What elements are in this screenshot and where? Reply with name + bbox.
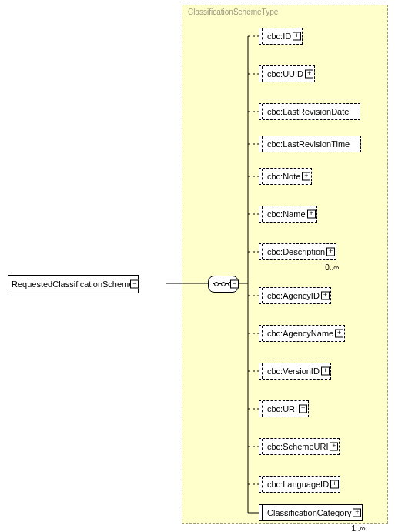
child-element-label: cbc:LastRevisionDate	[267, 107, 349, 116]
child-element-label: cbc:SchemeURI	[267, 442, 328, 451]
expand-icon[interactable]: +	[326, 248, 335, 256]
root-element: RequestedClassificationScheme −	[8, 275, 139, 293]
child-element: cbc:LastRevisionDate	[259, 103, 360, 120]
collapse-icon[interactable]: −	[130, 280, 139, 289]
child-element: cbc:Description+	[259, 243, 336, 260]
expand-icon[interactable]: +	[321, 292, 330, 300]
expand-icon[interactable]: +	[330, 443, 338, 451]
child-element: cbc:LastRevisionTime	[259, 136, 361, 152]
child-element: cbc:UUID+	[259, 65, 315, 82]
sequence-compositor: −	[208, 276, 239, 293]
collapse-icon[interactable]: −	[230, 280, 239, 289]
expand-icon[interactable]: +	[293, 32, 301, 41]
child-element: cbc:Name+	[259, 206, 317, 223]
child-element-label: cbc:URI	[267, 404, 297, 413]
diagram-canvas: ClassificationSchemeType RequestedClassi…	[0, 0, 395, 532]
expand-icon[interactable]: +	[305, 70, 313, 79]
child-element: cbc:VersionID+	[259, 363, 331, 380]
cardinality-label: 1..∞	[351, 524, 365, 532]
child-element-label: cbc:AgencyID	[267, 291, 320, 300]
child-element: cbc:Note+	[259, 168, 312, 185]
child-element: ClassificationCategory+	[259, 504, 363, 521]
child-element: cbc:SchemeURI+	[259, 438, 340, 455]
child-element-label: cbc:UUID	[267, 69, 303, 79]
cardinality-label: 0..∞	[325, 263, 339, 272]
child-element-label: cbc:Name	[267, 209, 306, 219]
expand-icon[interactable]: +	[321, 367, 330, 376]
expand-icon[interactable]: +	[330, 480, 339, 489]
child-element: cbc:AgencyName+	[259, 325, 345, 342]
expand-icon[interactable]: +	[299, 405, 307, 413]
child-element-label: cbc:LanguageID	[267, 480, 329, 489]
child-element: cbc:ID+	[259, 28, 303, 45]
expand-icon[interactable]: +	[353, 509, 361, 517]
child-element-label: cbc:LastRevisionTime	[267, 139, 350, 149]
child-element-label: cbc:Note	[267, 172, 300, 181]
type-label: ClassificationSchemeType	[188, 8, 278, 16]
child-element: cbc:URI+	[259, 400, 309, 417]
child-element-label: ClassificationCategory	[267, 508, 351, 517]
expand-icon[interactable]: +	[307, 210, 316, 219]
child-element-label: cbc:Description	[267, 247, 325, 256]
child-element: cbc:LanguageID+	[259, 476, 340, 493]
root-element-label: RequestedClassificationScheme	[12, 279, 133, 289]
expand-icon[interactable]: +	[335, 330, 343, 338]
expand-icon[interactable]: +	[302, 172, 310, 181]
child-element-label: cbc:AgencyName	[267, 329, 333, 338]
child-element-label: cbc:VersionID	[267, 366, 320, 376]
child-element: cbc:AgencyID+	[259, 287, 331, 304]
child-element-label: cbc:ID	[267, 32, 291, 41]
